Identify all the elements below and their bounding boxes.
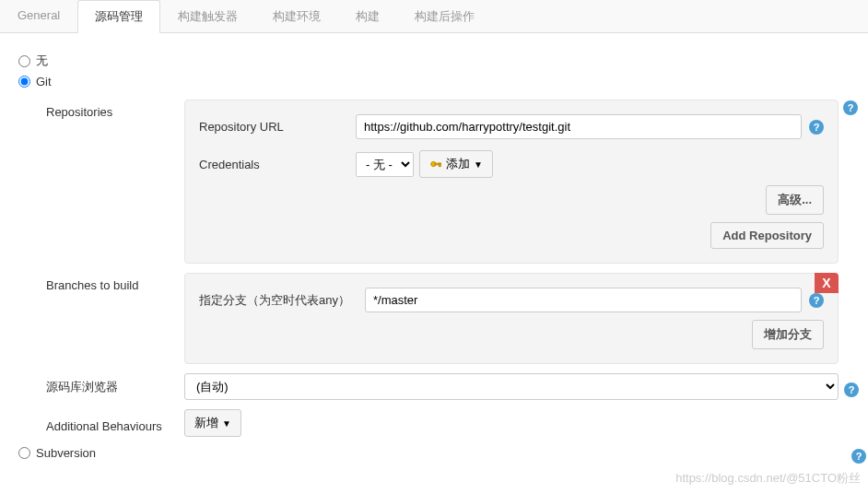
- caret-down-icon: ▼: [474, 159, 483, 170]
- branch-spec-label: 指定分支（为空时代表any）: [199, 292, 365, 309]
- repositories-label: Repositories: [46, 100, 184, 119]
- radio-subversion[interactable]: [18, 447, 30, 459]
- branches-block: X 指定分支（为空时代表any） ? 增加分支: [184, 273, 839, 364]
- add-behaviour-button[interactable]: 新增 ▼: [184, 409, 241, 437]
- help-icon[interactable]: ?: [844, 382, 859, 397]
- scm-option-subversion[interactable]: Subversion ?: [18, 446, 859, 460]
- branch-spec-input[interactable]: [365, 288, 802, 312]
- repo-browser-label: 源码库浏览器: [46, 373, 184, 395]
- key-icon: [429, 158, 442, 171]
- radio-none-label: 无: [36, 53, 48, 69]
- repo-url-label: Repository URL: [199, 120, 356, 134]
- scm-option-none[interactable]: 无: [18, 53, 859, 69]
- tab-post[interactable]: 构建后操作: [397, 0, 492, 32]
- caret-down-icon: ▼: [222, 418, 231, 429]
- help-icon[interactable]: ?: [843, 100, 858, 115]
- help-icon[interactable]: ?: [809, 120, 824, 135]
- scm-option-git[interactable]: Git: [18, 75, 859, 88]
- radio-subversion-label: Subversion: [36, 446, 96, 460]
- help-icon[interactable]: ?: [851, 449, 866, 464]
- tab-triggers[interactable]: 构建触发器: [160, 0, 255, 32]
- behaviours-label: Additional Behaviours: [46, 414, 184, 433]
- config-tabs: General 源码管理 构建触发器 构建环境 构建 构建后操作: [0, 0, 868, 33]
- repositories-block: ? Repository URL ? Credentials - 无 -: [184, 100, 839, 264]
- tab-scm[interactable]: 源码管理: [77, 0, 160, 33]
- tab-env[interactable]: 构建环境: [255, 0, 338, 32]
- branches-label: Branches to build: [46, 273, 184, 292]
- git-section: Repositories ? Repository URL ? Credenti…: [46, 100, 859, 437]
- tab-general[interactable]: General: [0, 0, 77, 32]
- repo-browser-select[interactable]: (自动): [184, 373, 839, 400]
- scm-content: 无 Git Repositories ? Repository URL ? Cr…: [0, 33, 868, 475]
- help-icon[interactable]: ?: [809, 293, 824, 308]
- radio-git-label: Git: [36, 75, 52, 88]
- add-credentials-button[interactable]: 添加 ▼: [419, 150, 493, 178]
- radio-git[interactable]: [18, 76, 30, 88]
- svg-rect-2: [440, 163, 441, 167]
- advanced-button[interactable]: 高级...: [766, 185, 824, 215]
- credentials-label: Credentials: [199, 158, 356, 171]
- delete-branch-button[interactable]: X: [815, 273, 839, 293]
- tab-build[interactable]: 构建: [338, 0, 397, 32]
- credentials-select[interactable]: - 无 -: [356, 152, 414, 177]
- radio-none[interactable]: [18, 55, 30, 67]
- add-branch-button[interactable]: 增加分支: [752, 320, 824, 349]
- repo-url-input[interactable]: [356, 114, 802, 139]
- add-repository-button[interactable]: Add Repository: [710, 222, 824, 249]
